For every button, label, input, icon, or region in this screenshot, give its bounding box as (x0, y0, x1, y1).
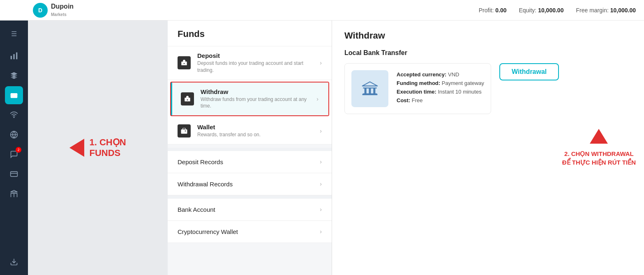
crypto-wallet-item[interactable]: Cryptocurrency Wallet › (168, 221, 332, 243)
sidebar-item-layers[interactable] (5, 66, 23, 85)
bank-account-item[interactable]: Bank Account › (168, 199, 332, 221)
cost-value: Free (412, 97, 423, 103)
wallet-title: Wallet (197, 124, 313, 131)
arrow-up-icon (590, 129, 608, 144)
sidebar-item-profile[interactable] (5, 165, 23, 183)
svg-rect-6 (11, 172, 18, 176)
equity-stat: Equity: 10,000.00 (519, 7, 563, 14)
withdraw-title: Withdraw (201, 88, 310, 95)
annotation-2: 2. CHỌN WITHDRAWALĐỂ THỰC HIỆN RÚT TIỀN (562, 129, 636, 167)
brand-name: Dupoin (51, 3, 74, 10)
account-stats: Profit: 0.00 Equity: 10,000.00 Free marg… (479, 7, 636, 14)
withdrawal-records-item[interactable]: Withdrawal Records › (168, 173, 332, 195)
withdraw-icon (181, 92, 194, 105)
arrow-left-icon (69, 139, 84, 157)
bank-section: Local Bank Transfer (344, 49, 632, 114)
wallet-sub: Rewards, transfer and so on. (197, 131, 313, 138)
deposit-text: Deposit Deposit funds into your trading … (197, 52, 313, 74)
messages-badge: 2 (16, 147, 21, 153)
withdraw-page-title: Withdraw (344, 30, 632, 41)
logo-icon: D (33, 3, 48, 18)
menu-item-wallet[interactable]: Wallet Rewards, transfer and so on. › (168, 118, 332, 144)
svg-rect-9 (184, 63, 185, 64)
bank-section-label: Local Bank Transfer (344, 49, 632, 57)
deposit-icon (178, 56, 191, 69)
wallet-chevron: › (320, 128, 322, 134)
bank-icon-box (351, 70, 388, 107)
deposit-records-label: Deposit Records (178, 158, 223, 165)
svg-rect-14 (369, 88, 371, 94)
sidebar-item-globe[interactable] (5, 126, 23, 144)
sidebar-item-bank[interactable] (5, 185, 23, 203)
topbar: D Dupoin Markets Profit: 0.00 Equity: 10… (0, 0, 644, 21)
sidebar-item-funds[interactable] (5, 86, 23, 104)
funding-method-value: Payment gateway (442, 80, 484, 86)
funds-menu: Deposit Deposit funds into your trading … (168, 46, 332, 144)
svg-rect-16 (362, 94, 378, 95)
middle-panel: Funds Deposit Deposit funds into your tr… (168, 21, 332, 275)
execution-time-row: Execution time: Instant 10 minutes (397, 89, 484, 95)
divider-1 (168, 148, 332, 151)
annotation-2-text: 2. CHỌN WITHDRAWALĐỂ THỰC HIỆN RÚT TIỀN (562, 149, 636, 167)
sidebar-item-chart[interactable] (5, 47, 23, 65)
svg-rect-0 (11, 56, 12, 59)
deposit-records-chevron: › (320, 158, 322, 165)
wallet-icon (178, 124, 191, 138)
annotation-left: 1. CHỌNFUNDS (28, 21, 168, 275)
deposit-chevron: › (320, 60, 322, 66)
withdraw-chevron: › (316, 96, 319, 102)
accepted-currency-row: Accepted currency: VND (397, 71, 484, 78)
withdrawal-records-label: Withdrawal Records (178, 181, 233, 188)
sidebar-item-messages[interactable]: 2 (5, 145, 23, 163)
annotation-1-container: 1. CHỌNFUNDS (69, 137, 126, 159)
svg-rect-13 (365, 88, 367, 94)
accounts-section: Bank Account › Cryptocurrency Wallet › (168, 199, 332, 243)
logo: D Dupoin Markets (33, 3, 74, 18)
divider-2 (168, 195, 332, 199)
svg-rect-12 (181, 129, 187, 134)
deposit-records-item[interactable]: Deposit Records › (168, 151, 332, 173)
brand: Dupoin Markets (51, 3, 74, 18)
svg-rect-1 (13, 54, 14, 60)
funds-title: Funds (168, 21, 332, 46)
bank-account-chevron: › (320, 206, 322, 213)
right-panel: Withdraw Local Bank Transfer (332, 21, 644, 275)
crypto-wallet-label: Cryptocurrency Wallet (178, 228, 238, 235)
sidebar-item-download[interactable] (5, 253, 23, 271)
svg-rect-2 (16, 53, 17, 60)
main-layout: ☰ 2 (0, 21, 644, 275)
withdraw-text: Withdraw Withdraw funds from your tradin… (201, 88, 310, 110)
bank-account-label: Bank Account (178, 206, 215, 213)
hamburger-button[interactable]: ☰ (5, 25, 23, 43)
wallet-text: Wallet Rewards, transfer and so on. (197, 124, 313, 138)
svg-rect-15 (373, 88, 375, 94)
cost-row: Cost: Free (397, 97, 484, 103)
records-section: Deposit Records › Withdrawal Records › (168, 151, 332, 195)
sidebar-item-signal[interactable] (5, 106, 23, 124)
svg-point-4 (14, 117, 14, 118)
execution-time-value: Instant 10 minutes (438, 89, 481, 95)
deposit-sub: Deposit funds into your trading account … (197, 60, 313, 74)
withdrawal-button[interactable]: Withdrawal (499, 63, 559, 80)
menu-item-deposit[interactable]: Deposit Deposit funds into your trading … (168, 46, 332, 80)
content-area: 1. CHỌNFUNDS Funds Deposit Deposit funds… (28, 21, 644, 275)
profit-stat: Profit: 0.00 (479, 7, 507, 14)
free-margin-stat: Free margin: 10,000.00 (576, 7, 636, 14)
bank-details: Accepted currency: VND Funding method: P… (397, 71, 484, 106)
funding-method-row: Funding method: Payment gateway (397, 80, 484, 86)
crypto-wallet-chevron: › (320, 228, 322, 235)
annotation-1-text: 1. CHỌNFUNDS (89, 137, 126, 159)
deposit-title: Deposit (197, 52, 313, 59)
menu-item-withdraw[interactable]: Withdraw Withdraw funds from your tradin… (171, 82, 328, 116)
bank-card: Accepted currency: VND Funding method: P… (344, 63, 491, 114)
accepted-currency-value: VND (448, 71, 459, 78)
sidebar: ☰ 2 (0, 21, 28, 275)
brand-sub: Markets (51, 12, 67, 17)
withdraw-sub: Withdraw funds from your trading account… (201, 96, 310, 110)
svg-rect-3 (11, 93, 18, 98)
svg-point-11 (187, 99, 188, 101)
withdrawal-records-chevron: › (320, 181, 322, 187)
